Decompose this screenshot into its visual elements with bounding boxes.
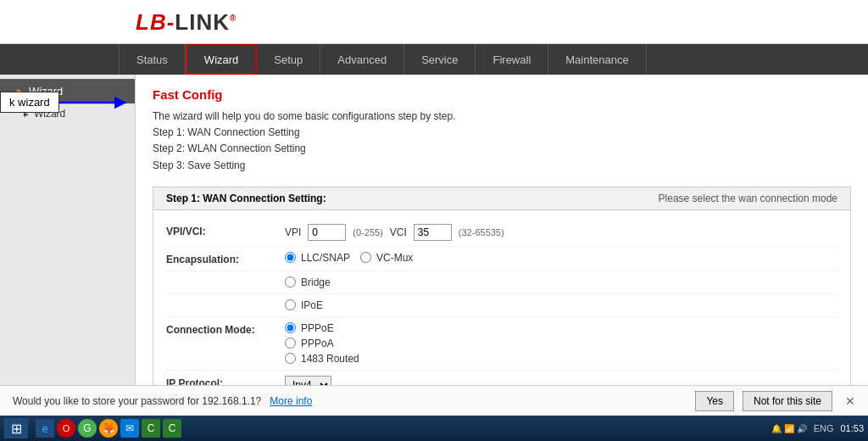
nav-service[interactable]: Service bbox=[404, 44, 476, 75]
encap-row: Encapsulation: LLC/SNAP VC-Mux bbox=[166, 247, 837, 271]
ipoe-row: IPoE bbox=[166, 294, 837, 317]
wizard-annotation: k wizard bbox=[0, 92, 127, 113]
form-table: VPI/VCI: VPI (0-255) VCI (32-65535) Enca… bbox=[153, 210, 850, 385]
page-description: The wizard will help you do some basic c… bbox=[153, 109, 851, 174]
taskbar-icon-firefox[interactable]: 🦊 bbox=[99, 419, 118, 438]
encap-llcsnap-radio[interactable] bbox=[285, 252, 296, 263]
vpi-label: VPI/VCI: bbox=[166, 224, 285, 237]
start-button[interactable]: ⊞ bbox=[4, 418, 28, 438]
ip-label: IP Protocol: bbox=[166, 376, 285, 385]
taskbar-tray-icons: 🔔 📶 🔊 bbox=[771, 424, 807, 433]
encap-llcsnap: LLC/SNAP bbox=[285, 252, 350, 264]
ipoe-field: IPoE bbox=[285, 299, 837, 311]
vpi-range: (0-255) bbox=[353, 227, 382, 237]
bridge-label: Bridge bbox=[301, 276, 331, 288]
time-value: 01:53 bbox=[840, 423, 864, 433]
taskbar-lang: ENG bbox=[814, 423, 834, 433]
pppoa-row: PPPoA bbox=[285, 338, 837, 349]
desc-line-4: Step 3: Save Setting bbox=[153, 158, 851, 174]
step1-header-label: Step 1: WAN Connection Setting: bbox=[166, 193, 326, 204]
taskbar: ⊞ e O G 🦊 ✉ C C 🔔 📶 🔊 ENG 01:53 bbox=[0, 416, 868, 441]
nav-advanced[interactable]: Advanced bbox=[320, 44, 404, 75]
taskbar-icon-ie[interactable]: e bbox=[36, 419, 54, 438]
taskbar-icon-outlook[interactable]: ✉ bbox=[120, 419, 139, 438]
not-for-site-button[interactable]: Not for this site bbox=[743, 391, 832, 411]
desc-line-1: The wizard will help you do some basic c… bbox=[153, 109, 851, 125]
vpi-vci-row: VPI/VCI: VPI (0-255) VCI (32-65535) bbox=[166, 219, 837, 247]
ip-field: Ipv4 Ipv6 Both bbox=[285, 376, 837, 385]
more-info-link[interactable]: More info bbox=[270, 395, 312, 407]
annotation-arrow-svg bbox=[59, 94, 127, 111]
nav-maintenance[interactable]: Maintenance bbox=[548, 44, 646, 75]
page-content: Fast Config The wizard will help you do … bbox=[136, 75, 868, 385]
vci-text: VCI bbox=[390, 226, 407, 238]
nav-firewall[interactable]: Firewall bbox=[476, 44, 548, 75]
step1-header: Step 1: WAN Connection Setting: Please s… bbox=[153, 187, 850, 210]
bridge-radio-row: Bridge bbox=[285, 276, 837, 288]
vpi-vci-field: VPI (0-255) VCI (32-65535) bbox=[285, 224, 837, 241]
routed-label: 1483 Routed bbox=[301, 353, 359, 365]
header: LB-LINK® bbox=[0, 0, 868, 44]
encap-vcmux-radio[interactable] bbox=[360, 252, 371, 263]
logo: LB-LINK® bbox=[136, 8, 236, 36]
password-bar: Would you like to store your password fo… bbox=[0, 385, 868, 416]
routed-radio[interactable] bbox=[285, 353, 296, 364]
nav-bar: Status Wizard Setup Advanced Service Fir… bbox=[0, 44, 868, 75]
step1-header-right: Please select the wan connection mode bbox=[659, 193, 837, 204]
taskbar-icon-comodo2[interactable]: C bbox=[163, 419, 181, 438]
taskbar-icon-opera[interactable]: O bbox=[57, 419, 75, 438]
encap-vcmux: VC-Mux bbox=[360, 252, 413, 264]
ip-protocol-select[interactable]: Ipv4 Ipv6 Both bbox=[285, 376, 331, 385]
routed-row: 1483 Routed bbox=[285, 353, 837, 365]
vci-input[interactable] bbox=[414, 224, 452, 241]
bridge-row: Bridge bbox=[166, 271, 837, 294]
ipoe-radio[interactable] bbox=[285, 299, 296, 310]
vci-range: (32-65535) bbox=[459, 227, 504, 237]
step1-section: Step 1: WAN Connection Setting: Please s… bbox=[153, 187, 851, 385]
pw-close-button[interactable]: ✕ bbox=[845, 394, 855, 408]
taskbar-icons: e O G 🦊 ✉ C C bbox=[36, 419, 181, 438]
password-bar-text: Would you like to store your password fo… bbox=[13, 395, 687, 407]
conn-field: PPPoE PPPoA 1483 Routed bbox=[285, 322, 837, 365]
pppoa-radio[interactable] bbox=[285, 338, 296, 349]
ipoe-label: IPoE bbox=[301, 299, 323, 311]
conn-label: Connection Mode: bbox=[166, 322, 285, 336]
taskbar-icon-chrome[interactable]: G bbox=[78, 419, 97, 438]
taskbar-icon-comodo1[interactable]: C bbox=[142, 419, 160, 438]
sidebar: ► Wizard ► Wizard bbox=[0, 75, 136, 385]
yes-button[interactable]: Yes bbox=[695, 391, 734, 411]
encap-inline: LLC/SNAP VC-Mux bbox=[285, 252, 837, 264]
encap-field: LLC/SNAP VC-Mux bbox=[285, 252, 837, 264]
nav-wizard[interactable]: Wizard bbox=[186, 44, 257, 75]
pppoe-label: PPPoE bbox=[301, 322, 334, 334]
encap-label: Encapsulation: bbox=[166, 252, 285, 265]
ipoe-radio-row: IPoE bbox=[285, 299, 837, 311]
pw-question: Would you like to store your password fo… bbox=[13, 395, 261, 407]
ip-protocol-row: IP Protocol: Ipv4 Ipv6 Both bbox=[166, 371, 837, 385]
main-content: ► Wizard ► Wizard Fast Config The wizard… bbox=[0, 75, 868, 385]
vpi-input[interactable] bbox=[308, 224, 346, 241]
pppoe-radio[interactable] bbox=[285, 322, 296, 333]
taskbar-time: 01:53 bbox=[840, 423, 864, 433]
pppoe-row: PPPoE bbox=[285, 322, 837, 334]
desc-line-3: Step 2: WLAN Connection Setting bbox=[153, 141, 851, 157]
desc-line-2: Step 1: WAN Connection Setting bbox=[153, 125, 851, 141]
annotation-label: k wizard bbox=[0, 92, 59, 113]
nav-status[interactable]: Status bbox=[119, 44, 186, 75]
vpi-text: VPI bbox=[285, 226, 301, 238]
ipoe-label-empty bbox=[166, 299, 285, 301]
encap-llcsnap-label: LLC/SNAP bbox=[301, 252, 350, 264]
bridge-radio[interactable] bbox=[285, 276, 296, 287]
bridge-label-empty bbox=[166, 276, 285, 278]
taskbar-right: 🔔 📶 🔊 ENG 01:53 bbox=[771, 423, 864, 433]
nav-setup[interactable]: Setup bbox=[257, 44, 320, 75]
conn-mode-row: Connection Mode: PPPoE PPPoA 1483 Rou bbox=[166, 317, 837, 371]
page-title: Fast Config bbox=[153, 87, 851, 102]
pppoa-label: PPPoA bbox=[301, 338, 334, 349]
encap-vcmux-label: VC-Mux bbox=[376, 252, 413, 264]
bridge-field: Bridge bbox=[285, 276, 837, 288]
